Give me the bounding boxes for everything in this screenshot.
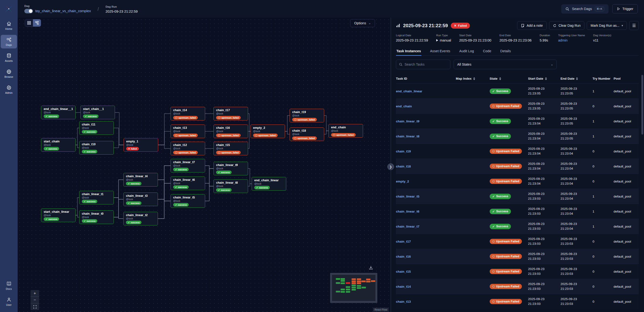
graph-node-chain_linear_t7[interactable]: chain_linear_t7@task✓success [170, 159, 205, 172]
graph-node-chain_t14[interactable]: chain_t14@task↑upstream_failed [170, 107, 205, 120]
table-row[interactable]: chain_t18↑Upstream Failed2025-09-2321:23… [396, 158, 639, 174]
sort-icon[interactable] [545, 77, 547, 80]
dag-name-link[interactable]: toy_chain_linear_vs_chain_complex [35, 9, 91, 13]
sort-icon[interactable] [499, 77, 501, 80]
graph-options-button[interactable]: Options ⌄ [350, 19, 375, 27]
graph-node-chain_t16[interactable]: chain_t16@task↑upstream_failed [214, 124, 248, 138]
tab-asset-events[interactable]: Asset Events [430, 47, 451, 56]
graph-node-chain_linear_t8[interactable]: chain_linear_t8@task✓success [214, 180, 248, 193]
task-id-link[interactable]: chain_linear_t9 [396, 120, 419, 123]
table-row[interactable]: chain_t17↑Upstream Failed2025-09-2321:23… [396, 234, 639, 249]
task-id-link[interactable]: chain_t17 [396, 240, 411, 243]
grid-view-button[interactable] [25, 19, 33, 26]
table-row[interactable]: chain_linear_t8✓Success2025-09-2321:23:0… [396, 128, 639, 144]
task-id-link[interactable]: chain_t16 [396, 255, 411, 258]
sort-icon[interactable] [576, 77, 578, 80]
table-row[interactable]: empty_2↑Upstream Failed2025-09-2321:23:0… [396, 174, 639, 189]
graph-node-chain_t19[interactable]: chain_t19@task↑upstream_failed [290, 109, 324, 122]
graph-node-end_chain[interactable]: end_chain@task↑upstream_failed [328, 124, 363, 138]
column-header-map-index[interactable]: Map Index [456, 77, 490, 80]
tab-details[interactable]: Details [500, 47, 511, 56]
table-row[interactable]: end_chain_linear✓Success2025-09-2321:23:… [396, 84, 639, 98]
tab-code[interactable]: Code [482, 47, 492, 56]
graph-node-chain_linear_t0[interactable]: chain_linear_t0@task✓success [79, 210, 114, 224]
graph-node-end_chain_linear__1[interactable]: end_chain_linear__1@task✓success [41, 106, 76, 119]
graph-node-chain_t12[interactable]: chain_t12@task↑upstream_failed [170, 142, 205, 155]
add-note-button[interactable]: Add a note [517, 21, 547, 30]
graph-node-chain_t15[interactable]: chain_t15@task↑upstream_failed [214, 142, 248, 155]
table-row[interactable]: chain_linear_t7✓Success2025-09-2321:23:0… [396, 219, 639, 234]
graph-node-chain_linear_t4[interactable]: chain_linear_t4@task✓success [123, 173, 158, 186]
task-id-link[interactable]: chain_linear_t7 [396, 225, 419, 228]
table-row[interactable]: chain_linear_t9✓Success2025-09-2321:23:0… [396, 114, 639, 128]
graph-minimap[interactable] [330, 273, 377, 303]
sort-icon[interactable] [473, 77, 475, 80]
zoom-in-button[interactable]: + [30, 290, 39, 297]
graph-node-start_chain[interactable]: start_chain@task✓success [41, 138, 76, 152]
trigger-button[interactable]: Trigger [612, 4, 638, 13]
airflow-logo[interactable] [0, 0, 18, 18]
sidebar-item-user[interactable]: User [1, 295, 17, 308]
search-dags-button[interactable]: Search Dags ⌘+K [561, 4, 608, 14]
dag-graph-panel[interactable]: Options ⌄ end_chain_linear__1@task✓succe… [18, 18, 390, 312]
sidebar-item-admin[interactable]: Admin [1, 83, 17, 96]
task-id-link[interactable]: chain_linear_t8 [396, 134, 419, 138]
graph-node-chain_t10[interactable]: chain_t10@task✓success [79, 141, 114, 154]
table-row[interactable]: chain_linear_t6✓Success2025-09-2321:23:0… [396, 204, 639, 219]
table-row[interactable]: chain_t19↑Upstream Failed2025-09-2321:23… [396, 144, 639, 158]
more-options-menu-button[interactable]: ☰ [629, 21, 639, 30]
task-id-link[interactable]: end_chain [396, 104, 412, 108]
task-id-link[interactable]: chain_t15 [396, 270, 411, 273]
graph-node-chain_linear_t5[interactable]: chain_linear_t5@task✓success [170, 194, 205, 208]
fit-view-button[interactable] [30, 304, 39, 310]
graph-node-empty_2[interactable]: empty_2@task↑upstream_failed [250, 124, 285, 138]
sidebar-item-browse[interactable]: Browse [1, 67, 17, 80]
search-tasks-input[interactable]: Search Tasks [396, 60, 450, 69]
task-id-link[interactable]: empty_2 [396, 180, 409, 183]
panel-collapse-button[interactable]: ❯ [387, 164, 394, 170]
graph-node-chain_linear_t6[interactable]: chain_linear_t6@task✓success [170, 176, 205, 190]
graph-node-chain_t13[interactable]: chain_t13@task↑upstream_failed [170, 124, 205, 138]
table-row[interactable]: chain_t15↑Upstream Failed2025-09-2321:23… [396, 264, 639, 279]
meta-value[interactable]: admin [558, 38, 585, 42]
column-header-state[interactable]: State [490, 77, 528, 80]
mark-dag-run-as-button[interactable]: Mark Dag Run as... ▾ [587, 21, 627, 30]
table-row[interactable]: end_chain↑Upstream Failed2025-09-2321:23… [396, 98, 639, 114]
column-header-start-date[interactable]: Start Date [528, 77, 560, 80]
task-id-link[interactable]: chain_linear_t5 [396, 195, 419, 198]
state-filter-select[interactable]: All States ⌄ [454, 60, 557, 69]
graph-node-end_chain_linear[interactable]: end_chain_linear@task✓success [252, 177, 286, 190]
zoom-out-button[interactable]: − [30, 297, 39, 304]
graph-node-chain_t18[interactable]: chain_t18@task↑upstream_failed [290, 128, 324, 141]
graph-node-chain_linear_t1[interactable]: chain_linear_t1@task✓success [79, 191, 114, 204]
graph-node-chain_linear_t9[interactable]: chain_linear_t9@task✓success [214, 162, 248, 175]
graph-node-empty_1[interactable]: empty_1@task✕failed [124, 138, 158, 152]
dag-pause-toggle[interactable] [24, 9, 33, 13]
graph-node-chain_linear_t3[interactable]: chain_linear_t3@task✓success [123, 192, 158, 206]
table-row[interactable]: chain_t14↑Upstream Failed2025-09-2321:23… [396, 279, 639, 294]
graph-node-chain_linear_t2[interactable]: chain_linear_t2@task✓success [123, 212, 158, 226]
task-id-link[interactable]: chain_t13 [396, 300, 411, 304]
graph-node-start_chain_linear[interactable]: start_chain_linear@task✓success [41, 208, 76, 222]
graph-node-chain_t17[interactable]: chain_t17@task↑upstream_failed [214, 107, 248, 120]
sidebar-item-docs[interactable]: Docs [1, 279, 17, 292]
sidebar-item-home[interactable]: Home [1, 19, 17, 32]
column-header-end-date[interactable]: End Date [560, 77, 592, 80]
tab-audit-log[interactable]: Audit Log [459, 47, 474, 56]
table-row[interactable]: chain_t13↑Upstream Failed2025-09-2321:23… [396, 294, 639, 309]
tab-task-instances[interactable]: Task Instances [396, 47, 422, 56]
table-row[interactable]: chain_t16↑Upstream Failed2025-09-2321:23… [396, 249, 639, 264]
task-id-link[interactable]: chain_t18 [396, 164, 411, 168]
task-id-link[interactable]: chain_linear_t6 [396, 210, 419, 213]
task-id-link[interactable]: chain_t14 [396, 285, 411, 288]
sidebar-item-assets[interactable]: Assets [1, 51, 17, 64]
scrollbar-thumb[interactable] [642, 75, 643, 134]
task-id-link[interactable]: chain_t19 [396, 150, 411, 153]
sidebar-item-dags[interactable]: Dags [1, 35, 17, 48]
table-row[interactable]: chain_linear_t5✓Success2025-09-2321:23:0… [396, 189, 639, 204]
graph-view-button[interactable] [33, 19, 41, 26]
task-id-link[interactable]: end_chain_linear [396, 90, 422, 93]
graph-node-chain_t11[interactable]: chain_t11@task✓success [79, 121, 114, 135]
download-graph-button[interactable] [368, 265, 373, 271]
clear-dag-run-button[interactable]: Clear Dag Run [549, 21, 584, 30]
